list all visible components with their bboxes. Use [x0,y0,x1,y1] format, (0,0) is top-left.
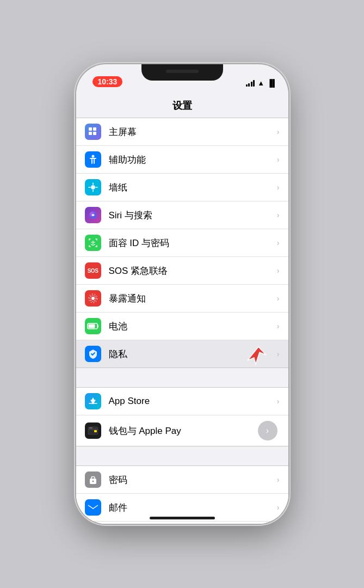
svg-point-15 [91,297,95,300]
wifi-icon: ▲ [257,79,264,87]
svg-point-12 [91,242,92,243]
svg-rect-25 [89,427,92,428]
settings-group-2: App Store › 钱包与 Apple Pay [76,387,288,446]
settings-group-1: 主屏幕 › 辅助功能 › [76,118,288,368]
battery-icon: ▐▌ [267,79,277,87]
wallet-label: 钱包与 Apple Pay [109,425,258,437]
appstore-icon [85,393,101,409]
sos-icon: SOS [85,262,101,279]
settings-item-accessibility[interactable]: 辅助功能 › [76,146,288,174]
svg-rect-19 [88,324,95,328]
siri-label: Siri 与搜索 [109,209,277,222]
section-gap-1 [76,368,288,387]
settings-item-wallpaper[interactable]: 墙纸 › [76,174,288,201]
svg-point-13 [94,242,95,243]
phone-frame: 10:33 ▲ ▐▌ 设置 [76,64,288,524]
settings-group-3: 密码 › 邮件 › [76,465,288,524]
chevron-icon: › [277,155,280,164]
settings-item-contacts[interactable]: 通讯录 › [76,522,288,524]
chevron-icon: › [277,322,280,330]
status-icons: ▲ ▐▌ [246,79,277,87]
svg-point-27 [92,481,94,482]
battery-label: 电池 [109,320,277,333]
home-indicator [150,517,215,519]
svg-point-6 [92,186,94,188]
settings-item-exposure[interactable]: 暴露通知 › [76,285,288,313]
settings-item-wallet[interactable]: 钱包与 Apple Pay › [76,415,288,446]
chevron-icon: › [277,183,280,192]
chevron-icon: › [277,475,280,484]
battery-icon [85,318,101,334]
privacy-icon [85,346,101,362]
privacy-label: 隐私 [109,348,277,360]
home-screen-icon [85,124,101,140]
settings-item-face-id[interactable]: 面容 ID 与密码 › [76,229,288,257]
chevron-icon: › [277,397,280,406]
accessibility-label: 辅助功能 [109,154,277,166]
passwords-icon [85,471,101,488]
settings-item-privacy[interactable]: 隐私 › [76,340,288,367]
svg-rect-24 [94,430,97,432]
settings-item-passwords[interactable]: 密码 › [76,466,288,494]
status-time: 10:33 [92,76,123,87]
svg-point-4 [91,155,94,158]
settings-item-appstore[interactable]: App Store › [76,388,288,415]
siri-icon [85,207,101,223]
chevron-icon: › [277,350,280,358]
chevron-icon: › [277,294,280,303]
svg-rect-2 [89,132,92,135]
exposure-label: 暴露通知 [109,292,277,305]
svg-rect-0 [89,127,92,131]
chevron-icon: › [277,503,280,512]
settings-item-battery[interactable]: 电池 › [76,313,288,340]
wallet-icon [85,422,101,439]
face-id-icon [85,235,101,251]
section-gap-2 [76,446,288,465]
appstore-label: App Store [109,396,277,407]
page-title: 设置 [76,91,288,118]
speaker [166,70,199,73]
face-id-label: 面容 ID 与密码 [109,237,277,249]
accessibility-icon [85,151,101,168]
svg-rect-1 [93,127,96,131]
svg-rect-23 [88,428,98,430]
mail-icon [85,499,101,516]
settings-item-siri[interactable]: Siri 与搜索 › [76,201,288,229]
wallpaper-label: 墙纸 [109,181,277,194]
chevron-icon: › [277,211,280,219]
exposure-icon [85,290,101,307]
settings-list: 主屏幕 › 辅助功能 › [76,118,288,524]
chevron-icon: › [277,238,280,247]
sos-label: SOS 紧急联络 [109,265,277,277]
signal-icon [246,80,255,87]
chevron-icon: › [277,266,280,275]
settings-item-sos[interactable]: SOS SOS 紧急联络 › [76,257,288,285]
chevron-icon: › [277,127,280,136]
scroll-indicator: › [258,421,277,440]
mail-label: 邮件 [109,501,277,514]
settings-item-home-screen[interactable]: 主屏幕 › [76,118,288,146]
svg-rect-28 [88,504,98,511]
svg-rect-3 [93,132,96,135]
notch [141,64,223,81]
passwords-label: 密码 [109,474,277,486]
wallpaper-icon [85,179,101,195]
screen: 设置 主屏幕 › [76,91,288,524]
home-screen-label: 主屏幕 [109,126,277,138]
